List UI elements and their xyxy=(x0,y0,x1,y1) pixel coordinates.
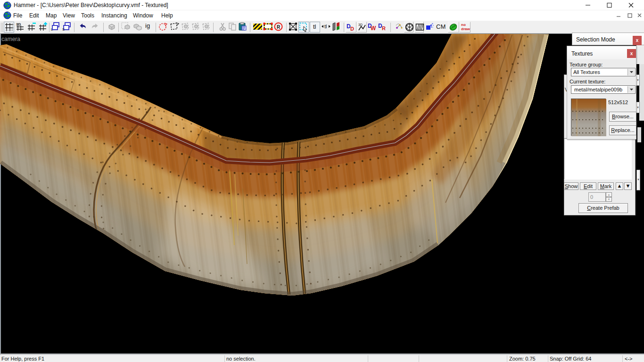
svg-text:3D: 3D xyxy=(16,22,21,26)
svg-text:tl: tl xyxy=(324,24,327,29)
svg-text:R: R xyxy=(382,25,386,31)
svg-text:3D: 3D xyxy=(358,23,363,26)
svg-text:L: L xyxy=(51,27,53,32)
svg-text:W: W xyxy=(371,25,376,32)
svg-text:D: D xyxy=(350,26,354,32)
svg-text:R: R xyxy=(277,25,281,30)
svg-text:S: S xyxy=(62,27,65,32)
